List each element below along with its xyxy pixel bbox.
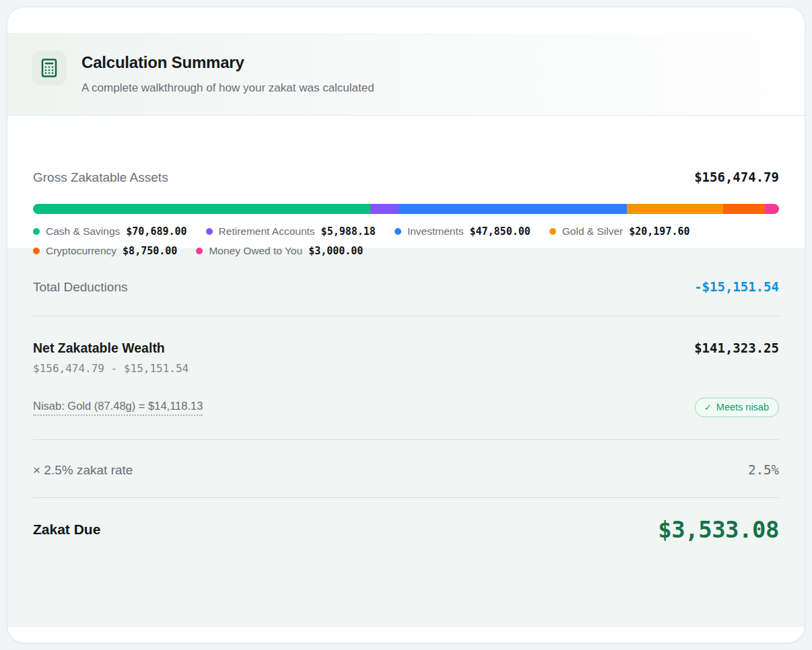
bar-segment: [723, 204, 765, 214]
meets-nisab-badge: ✓ Meets nisab: [695, 398, 779, 417]
calculation-summary-card: Calculation Summary A complete walkthrou…: [7, 7, 805, 643]
legend-value: $3,000.00: [308, 245, 363, 257]
card-body: Gross Zakatable Assets $156,474.79 Cash …: [7, 116, 805, 627]
asset-legend: Cash & Savings $70,689.00 Retirement Acc…: [33, 225, 779, 257]
legend-value: $20,197.60: [629, 225, 689, 238]
zakat-rate-value: 2.5%: [748, 462, 779, 477]
zakat-rate-row: × 2.5% zakat rate 2.5%: [33, 462, 779, 478]
legend-item: Gold & Silver $20,197.60: [549, 225, 690, 238]
color-dot-icon: [206, 228, 213, 235]
legend-label: Investments: [407, 225, 464, 238]
total-deductions-label: Total Deductions: [33, 280, 127, 295]
bar-segment: [765, 204, 779, 214]
bar-segment: [627, 204, 723, 214]
bar-segment: [370, 204, 399, 214]
legend-item: Money Owed to You $3,000.00: [196, 245, 363, 257]
total-deductions-value: -$15,151.54: [694, 279, 779, 294]
color-dot-icon: [196, 248, 203, 254]
color-dot-icon: [33, 248, 40, 254]
legend-item: Cryptocurrency $8,750.00: [33, 245, 177, 257]
legend-label: Gold & Silver: [562, 225, 623, 238]
divider: [33, 439, 779, 440]
legend-label: Cryptocurrency: [46, 245, 116, 257]
asset-allocation-bar: [33, 204, 779, 214]
gross-assets-value: $156,474.79: [694, 170, 779, 184]
legend-value: $5,988.18: [321, 225, 376, 238]
page-title: Calculation Summary: [81, 53, 374, 72]
card-top-strip: [7, 7, 805, 33]
color-dot-icon: [549, 228, 556, 235]
color-dot-icon: [33, 228, 40, 235]
header-text: Calculation Summary A complete walkthrou…: [81, 50, 374, 95]
page-subtitle: A complete walkthrough of how your zakat…: [81, 81, 374, 95]
legend-value: $8,750.00: [123, 245, 177, 257]
legend-item: Cash & Savings $70,689.00: [33, 225, 187, 238]
card-header: Calculation Summary A complete walkthrou…: [7, 33, 805, 116]
legend-value: $47,850.00: [469, 225, 530, 238]
legend-label: Money Owed to You: [209, 245, 302, 257]
check-icon: ✓: [704, 402, 712, 412]
legend-item: Retirement Accounts $5,988.18: [206, 225, 376, 238]
total-deductions-row: Total Deductions -$15,151.54: [33, 279, 779, 295]
legend-item: Investments $47,850.00: [395, 225, 531, 238]
divider: [33, 316, 779, 316]
legend-label: Cash & Savings: [46, 225, 120, 238]
color-dot-icon: [395, 228, 401, 235]
net-wealth-row: Net Zakatable Wealth $141,323.25: [33, 340, 779, 356]
meets-nisab-label: Meets nisab: [716, 402, 769, 412]
zakat-rate-label: × 2.5% zakat rate: [33, 463, 133, 478]
net-wealth-label: Net Zakatable Wealth: [33, 340, 165, 356]
nisab-row: Nisab: Gold (87.48g) = $14,118.13 ✓ Meet…: [33, 398, 779, 417]
bar-segment: [33, 204, 370, 214]
gross-assets-row: Gross Zakatable Assets $156,474.79: [33, 116, 779, 185]
zakat-due-label: Zakat Due: [33, 521, 100, 538]
calculator-icon: [32, 50, 67, 85]
legend-label: Retirement Accounts: [219, 225, 315, 238]
net-wealth-value: $141,323.25: [694, 340, 779, 355]
bar-segment: [399, 204, 627, 214]
net-wealth-formula: $156,474.79 - $15,151.54: [33, 362, 779, 375]
legend-value: $70,689.00: [126, 225, 187, 238]
zakat-due-row: Zakat Due $3,533.08: [33, 516, 779, 543]
divider-accent: [33, 497, 779, 498]
gross-assets-label: Gross Zakatable Assets: [33, 170, 168, 185]
nisab-threshold-text[interactable]: Nisab: Gold (87.48g) = $14,118.13: [33, 400, 203, 416]
zakat-due-value: $3,533.08: [658, 516, 779, 543]
